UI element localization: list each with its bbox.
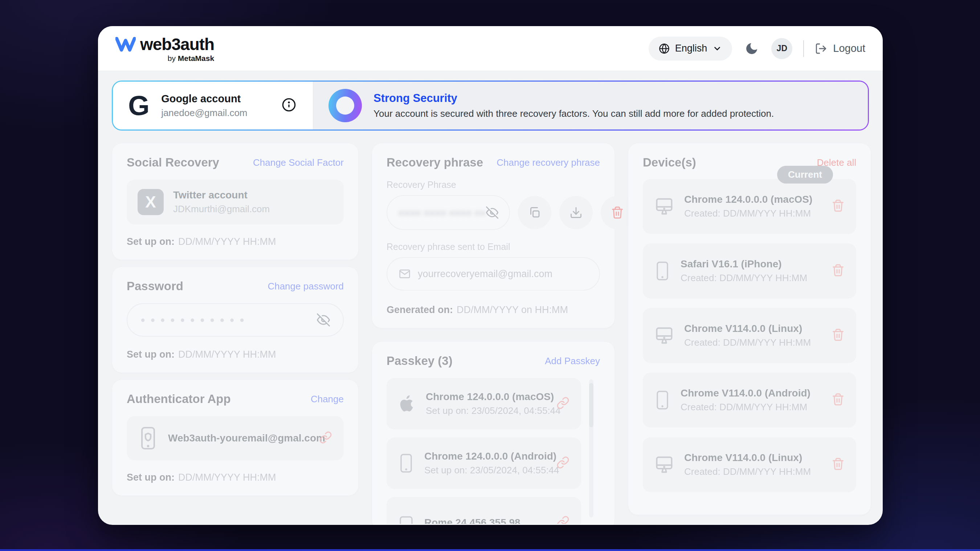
trash-icon	[832, 264, 845, 277]
password-title: Password	[127, 279, 183, 293]
user-avatar[interactable]: JD	[771, 38, 792, 59]
browser-icon	[398, 514, 415, 524]
security-status-title: Strong Security	[374, 92, 774, 105]
download-icon	[570, 206, 582, 219]
passkey-row: Chrome 124.0.0.0 (Android) Set up on: 23…	[387, 437, 581, 489]
trash-icon	[832, 457, 845, 470]
security-banner: G Google account janedoe@gmail.com Stro	[112, 81, 869, 130]
mail-icon	[399, 268, 410, 279]
current-device-badge: Current	[777, 166, 833, 184]
change-recovery-phrase-link[interactable]: Change recovery phrase	[496, 157, 600, 168]
recovery-phrase-input[interactable]: ●●●● ●●●● ●●●● ●●	[387, 195, 510, 230]
mobile-icon	[654, 260, 671, 281]
recovery-phrase-card: Recovery phrase Change recovery phrase R…	[372, 143, 615, 328]
social-recovery-card: Social Recovery Change Social Factor X T…	[112, 143, 359, 260]
authenticator-unlink-button[interactable]	[319, 431, 332, 445]
passkey-card: Passkey (3) Add Passkey Chrome 124.0.0.0…	[372, 341, 615, 525]
logo-byline: by MetaMask	[168, 54, 214, 63]
trash-icon	[611, 206, 624, 219]
delete-device-button[interactable]	[832, 328, 845, 343]
delete-device-button[interactable]	[832, 199, 845, 214]
passkey-row: Rome 24.456.355.98	[387, 497, 581, 524]
language-selector[interactable]: English	[649, 37, 732, 60]
authenticator-card: Authenticator App Change Web3auth-yourem…	[112, 380, 359, 496]
passkey-name: Chrome 124.0.0.0 (Android)	[424, 451, 559, 462]
change-authenticator-link[interactable]: Change	[311, 394, 344, 405]
authenticator-phone-icon	[138, 426, 159, 451]
trash-icon	[832, 393, 845, 406]
setup-value: DD/MM/YYYY HH:MM	[178, 472, 276, 483]
password-card: Password Change password ●●●●●●●●●●● Set…	[112, 267, 359, 373]
dark-mode-toggle[interactable]	[743, 40, 760, 57]
passkey-unlink-button[interactable]	[557, 397, 570, 411]
devices-title: Device(s)	[643, 156, 696, 169]
language-label: English	[675, 43, 707, 54]
twitter-x-icon: X	[138, 189, 164, 215]
passkey-setup: Set up on: 23/05/2024, 04:55:44	[426, 405, 561, 416]
device-name: Safari V16.1 (iPhone)	[681, 258, 807, 270]
twitter-account-title: Twitter account	[173, 189, 270, 201]
passkey-setup: Set up on: 23/05/2024, 04:55:44	[424, 465, 559, 476]
logout-label: Logout	[833, 43, 865, 54]
social-setup-line: Set up on:DD/MM/YYYY HH:MM	[127, 236, 344, 248]
authenticator-account-row: Web3auth-youremail@gmal.com	[127, 416, 344, 460]
header-actions: English JD	[649, 37, 865, 60]
passkey-unlink-button[interactable]	[557, 456, 570, 470]
logout-button[interactable]: Logout	[815, 43, 865, 55]
eye-off-icon[interactable]	[486, 206, 498, 219]
authenticator-account-name: Web3auth-youremail@gmal.com	[168, 432, 325, 444]
recovery-phrase-masked-value: ●●●● ●●●● ●●●● ●●	[398, 207, 486, 218]
eye-off-icon[interactable]	[317, 313, 330, 327]
trash-icon	[832, 328, 845, 341]
google-icon: G	[128, 92, 150, 119]
passkey-name: Rome 24.456.355.98	[424, 517, 520, 524]
device-row: Chrome V114.0.0 (Linux) Created: DD/MM/Y…	[643, 437, 856, 492]
passkey-unlink-button[interactable]	[557, 516, 570, 524]
chevron-down-icon	[713, 44, 722, 53]
recovery-email-input[interactable]	[418, 268, 588, 279]
password-input[interactable]: ●●●●●●●●●●●	[127, 303, 344, 337]
passkey-name: Chrome 124.0.0.0 (macOS)	[426, 391, 561, 403]
column-right: Device(s) Delete all Current	[628, 143, 871, 525]
security-status-panel: Strong Security Your account is secured …	[313, 82, 868, 130]
device-row: Chrome V114.0.0 (Linux) Created: DD/MM/Y…	[643, 308, 856, 363]
generated-value: DD/MM/YYYY on HH:MM	[457, 304, 568, 315]
globe-icon	[659, 43, 670, 54]
recovery-email-fieldwrap	[387, 257, 600, 291]
logo-byline-brand: MetaMask	[178, 54, 214, 62]
avatar-initials: JD	[777, 43, 787, 53]
delete-device-button[interactable]	[832, 457, 845, 472]
device-created: Created: DD/MM/YYY HH:MM	[681, 272, 807, 284]
delete-device-button[interactable]	[832, 264, 845, 278]
unlink-icon	[557, 516, 570, 524]
apple-icon	[398, 394, 416, 413]
password-masked-value: ●●●●●●●●●●●	[140, 315, 249, 325]
mobile-icon	[398, 453, 415, 474]
passkey-scrollbar-thumb[interactable]	[589, 383, 593, 427]
column-middle: Recovery phrase Change recovery phrase R…	[372, 143, 615, 525]
change-social-factor-link[interactable]: Change Social Factor	[253, 157, 344, 168]
delete-device-button[interactable]	[832, 393, 845, 407]
desktop-icon	[654, 196, 675, 217]
passkey-title: Passkey (3)	[387, 354, 453, 368]
info-button[interactable]	[282, 98, 296, 114]
app-header: web3auth by MetaMask English	[98, 26, 883, 71]
recovery-email-label: Recovery phrase sent to Email	[387, 241, 600, 252]
devices-list-wrap: Current Chrome 124.0.0.0 (macOS) Created…	[643, 179, 856, 492]
factors-grid: Social Recovery Change Social Factor X T…	[98, 130, 883, 525]
security-status-description: Your account is secured with three recov…	[374, 108, 774, 119]
download-phrase-button[interactable]	[559, 196, 593, 229]
recovery-phrase-label: Recovery Phrase	[387, 179, 600, 190]
add-passkey-link[interactable]: Add Passkey	[545, 356, 600, 367]
logo-byline-prefix: by	[168, 54, 178, 62]
social-recovery-title: Social Recovery	[127, 156, 219, 169]
page-background: web3auth by MetaMask English	[0, 0, 980, 551]
copy-icon	[528, 206, 541, 219]
change-password-link[interactable]: Change password	[267, 281, 344, 292]
device-created: Created: DD/MM/YYY HH:MM	[684, 466, 811, 477]
copy-phrase-button[interactable]	[518, 196, 551, 229]
device-created: Created: DD/MM/YYY HH:MM	[681, 402, 810, 413]
account-email: janedoe@gmail.com	[161, 107, 247, 119]
column-left: Social Recovery Change Social Factor X T…	[112, 143, 359, 525]
info-icon	[282, 98, 296, 112]
